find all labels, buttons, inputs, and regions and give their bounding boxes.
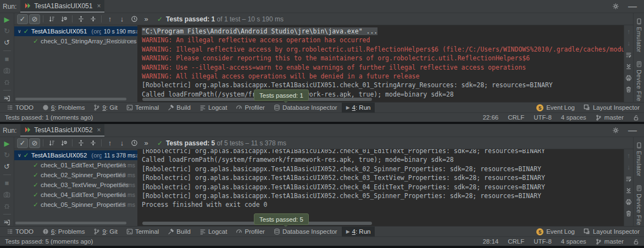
file-encoding[interactable]: UTF-8 [534, 238, 552, 245]
clear-console-button[interactable] [625, 210, 632, 217]
tab-git[interactable]: 9: Git [89, 227, 122, 236]
print-button[interactable] [625, 75, 632, 81]
show-ignored-toggle[interactable]: ⊘ [29, 14, 40, 24]
tab-terminal[interactable]: Terminal [122, 227, 163, 236]
more-options-chevron[interactable]: » [4, 218, 8, 226]
tab-git[interactable]: 9: Git [89, 103, 122, 112]
show-passed-toggle[interactable]: ✓ [17, 138, 28, 148]
toolbar-more-chevron[interactable]: » [141, 14, 152, 24]
toolbar-more-chevron[interactable]: » [141, 138, 152, 148]
print-button[interactable] [625, 199, 632, 205]
line-separator[interactable]: CRLF [508, 114, 524, 121]
collapse-all-button[interactable] [87, 14, 98, 24]
toggle-auto-test-button[interactable]: ↺ [3, 163, 12, 170]
previous-failed-test-button[interactable]: ↑ [104, 138, 115, 148]
tree-row-test[interactable]: ✓ check_04_EditText_Properties 144 ms [14, 190, 137, 200]
event-log-button[interactable]: 5Event Log [536, 104, 575, 111]
show-ignored-toggle[interactable]: ⊘ [29, 138, 40, 148]
tab-terminal[interactable]: Terminal [122, 103, 163, 112]
git-branch-widget[interactable]: master [596, 114, 624, 121]
tab-run[interactable]: ▶4: Run [342, 227, 375, 236]
expand-all-button[interactable] [75, 138, 86, 148]
event-log-button[interactable]: 5Event Log [536, 228, 575, 235]
tab-database-inspector[interactable]: Database Inspector [269, 227, 342, 236]
line-separator[interactable]: CRLF [508, 238, 524, 245]
scroll-up-icon[interactable]: ↑ [625, 29, 632, 35]
scroll-down-icon[interactable]: ↓ [625, 40, 632, 47]
scroll-to-end-button[interactable] [625, 63, 632, 70]
rerun-failed-tests-button[interactable]: ↻ [3, 151, 12, 159]
previous-failed-test-button[interactable]: ↑ [104, 14, 115, 24]
tab-database-inspector[interactable]: Database Inspector [269, 103, 342, 112]
close-icon[interactable]: × [97, 126, 101, 134]
soft-wrap-button[interactable] [625, 52, 632, 58]
console-output[interactable]: [Robolectric] org.aplas.basicappx.TestA1… [137, 149, 624, 226]
lock-icon[interactable] [633, 115, 639, 121]
run-tab-testa1basicuix051[interactable]: TestA1BasicUIX051 × [20, 0, 104, 13]
sort-by-duration-button[interactable] [58, 138, 69, 148]
tab-profiler[interactable]: Profiler [231, 227, 269, 236]
scroll-up-icon[interactable]: ↑ [625, 153, 632, 159]
close-icon[interactable]: × [97, 2, 101, 10]
emulator-tool-button[interactable]: Emulator [636, 142, 642, 176]
tree-row-test[interactable]: ✓ check_02_Spinner_Properties 250 ms [14, 170, 137, 180]
file-encoding[interactable]: UTF-8 [534, 114, 552, 121]
indent-setting[interactable]: 4 spaces [561, 114, 586, 121]
layout-inspector-button[interactable]: Layout Inspector [584, 104, 640, 111]
hide-icon[interactable]: — [628, 2, 637, 12]
lock-icon[interactable] [633, 239, 639, 245]
sort-by-duration-button[interactable] [58, 14, 69, 24]
show-passed-toggle[interactable]: ✓ [17, 14, 28, 24]
next-failed-test-button[interactable]: ↓ [116, 138, 127, 148]
tab-profiler[interactable]: Profiler [231, 103, 269, 112]
indent-setting[interactable]: 4 spaces [561, 238, 586, 245]
tab-todo[interactable]: TODO [2, 103, 38, 112]
test-history-button[interactable] [129, 138, 140, 148]
git-branch-widget[interactable]: master [596, 238, 624, 245]
test-history-button[interactable] [129, 14, 140, 24]
tree-row-test[interactable]: ✓ check_01_StringArray_Resources 10 s 19… [14, 36, 137, 46]
more-options-chevron[interactable]: » [4, 94, 8, 102]
sort-alphabetically-button[interactable] [46, 138, 57, 148]
stop-button[interactable]: ■ [3, 179, 12, 187]
expand-all-button[interactable] [75, 14, 86, 24]
tab-logcat[interactable]: Logcat [195, 227, 232, 236]
tree-row-test[interactable]: ✓ check_01_EditText_Properties 10 s 711 … [14, 160, 137, 170]
tree-horizontal-scrollbar[interactable] [15, 222, 126, 224]
tab-run[interactable]: ▶4: Run [342, 103, 375, 112]
caret-position[interactable]: 28:14 [482, 238, 498, 245]
tab-problems[interactable]: 6: Problems [38, 103, 89, 112]
collapse-all-button[interactable] [87, 138, 98, 148]
attach-debugger-button[interactable] [3, 78, 12, 86]
tree-row-root[interactable]: ∨ ✓ TestA1BasicUIX051 (org.aplas.basica … [14, 26, 137, 36]
soft-wrap-button[interactable] [625, 176, 632, 182]
toggle-auto-test-button[interactable]: ↺ [3, 39, 12, 46]
tab-logcat[interactable]: Logcat [195, 103, 232, 112]
attach-debugger-button[interactable] [3, 202, 12, 210]
next-failed-test-button[interactable]: ↓ [116, 14, 127, 24]
stop-button[interactable]: ■ [3, 55, 12, 63]
gear-icon[interactable] [611, 3, 620, 10]
tree-row-test[interactable]: ✓ check_05_Spinner_Properties 123 ms [14, 200, 137, 210]
tab-todo[interactable]: TODO [2, 227, 38, 236]
chevron-down-icon[interactable]: ∨ [18, 29, 21, 34]
rerun-tests-button[interactable]: ▶ [3, 140, 12, 147]
tab-problems[interactable]: 6: Problems [38, 227, 89, 236]
tree-row-test[interactable]: ✓ check_03_TextView_Properties 150 ms [14, 180, 137, 190]
caret-position[interactable]: 22:66 [482, 114, 498, 121]
tab-build[interactable]: Build [163, 103, 195, 112]
screenshot-button[interactable] [3, 67, 12, 74]
run-tab-testa1basicuix052[interactable]: TestA1BasicUIX052 × [20, 124, 104, 137]
hide-icon[interactable]: — [628, 126, 637, 136]
chevron-down-icon[interactable]: ∨ [18, 153, 21, 158]
tree-row-root[interactable]: ∨ ✓ TestA1BasicUIX052 (org.aplas.basica … [14, 150, 137, 160]
gear-icon[interactable] [611, 127, 620, 134]
scroll-to-end-button[interactable] [625, 187, 632, 194]
emulator-tool-button[interactable]: Emulator [636, 18, 642, 52]
clear-console-button[interactable] [625, 86, 632, 93]
console-output[interactable]: "C:\Program Files\Android\Android Studio… [137, 25, 624, 102]
sort-alphabetically-button[interactable] [46, 14, 57, 24]
rerun-failed-tests-button[interactable]: ↻ [3, 27, 12, 35]
layout-inspector-button[interactable]: Layout Inspector [584, 228, 640, 235]
tab-build[interactable]: Build [163, 227, 195, 236]
